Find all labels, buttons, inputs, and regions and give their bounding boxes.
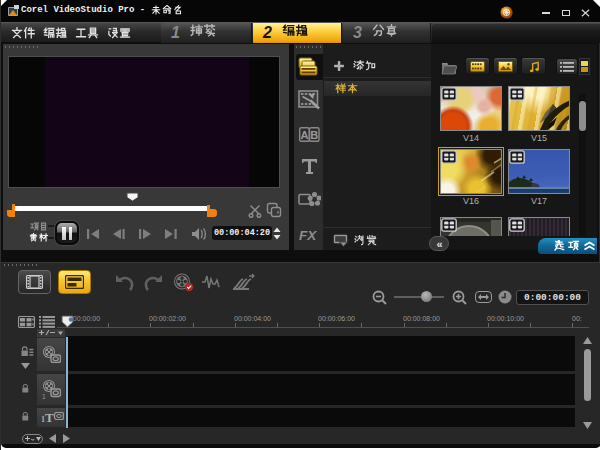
svg-text:A: A <box>301 129 309 141</box>
svg-text:1: 1 <box>42 393 46 400</box>
svg-text:B: B <box>310 129 318 141</box>
